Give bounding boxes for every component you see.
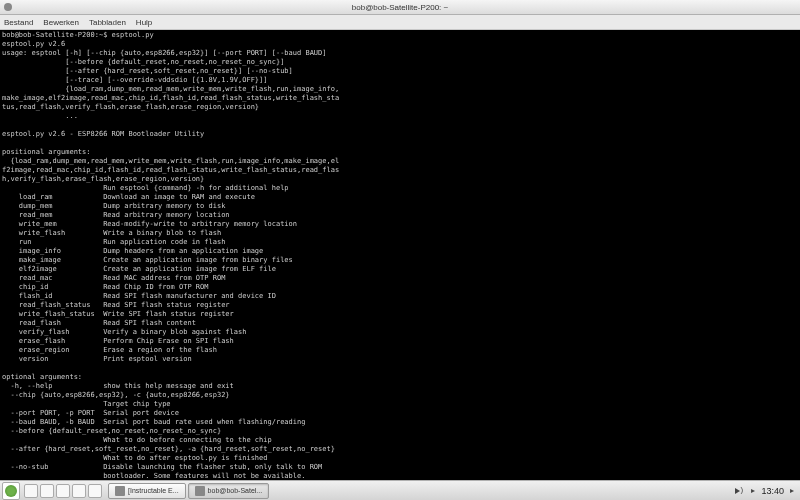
quick-launch bbox=[24, 484, 102, 498]
system-tray: ▸ 13:40 ▸ bbox=[735, 486, 794, 496]
start-menu-icon bbox=[5, 485, 17, 497]
volume-icon[interactable] bbox=[735, 486, 745, 496]
quicklaunch-item[interactable] bbox=[88, 484, 102, 498]
start-menu-button[interactable] bbox=[2, 482, 20, 500]
window-title: bob@bob-Satellite-P200: ~ bbox=[352, 3, 448, 12]
terminal-output: esptool.py v2.6 usage: esptool [-h] [--c… bbox=[2, 40, 339, 480]
quicklaunch-item[interactable] bbox=[24, 484, 38, 498]
taskbar-task[interactable]: bob@bob-Satel... bbox=[188, 483, 270, 499]
taskbar-panel: [Instructable E...bob@bob-Satel... ▸ 13:… bbox=[0, 480, 800, 500]
quicklaunch-item[interactable] bbox=[56, 484, 70, 498]
menu-hulp[interactable]: Hulp bbox=[136, 18, 152, 27]
menu-bar: Bestand Bewerken Tabbladen Hulp bbox=[0, 15, 800, 30]
menu-tabbladen[interactable]: Tabbladen bbox=[89, 18, 126, 27]
tray-arrow-icon[interactable]: ▸ bbox=[790, 486, 794, 495]
task-icon bbox=[115, 486, 125, 496]
window-menu-icon[interactable] bbox=[4, 3, 12, 11]
clock[interactable]: 13:40 bbox=[761, 486, 784, 496]
shell-prompt: bob@bob-Satellite-P200:~$ bbox=[2, 31, 107, 39]
window-titlebar: bob@bob-Satellite-P200: ~ bbox=[0, 0, 800, 15]
menu-bestand[interactable]: Bestand bbox=[4, 18, 33, 27]
tray-arrow-icon[interactable]: ▸ bbox=[751, 486, 755, 495]
task-label: [Instructable E... bbox=[128, 487, 179, 494]
task-icon bbox=[195, 486, 205, 496]
taskbar-task[interactable]: [Instructable E... bbox=[108, 483, 186, 499]
quicklaunch-item[interactable] bbox=[72, 484, 86, 498]
terminal-area[interactable]: bob@bob-Satellite-P200:~$ esptool.py esp… bbox=[0, 30, 800, 480]
menu-bewerken[interactable]: Bewerken bbox=[43, 18, 79, 27]
command-text: esptool.py bbox=[112, 31, 154, 39]
task-list: [Instructable E...bob@bob-Satel... bbox=[108, 483, 269, 499]
task-label: bob@bob-Satel... bbox=[208, 487, 263, 494]
quicklaunch-item[interactable] bbox=[40, 484, 54, 498]
